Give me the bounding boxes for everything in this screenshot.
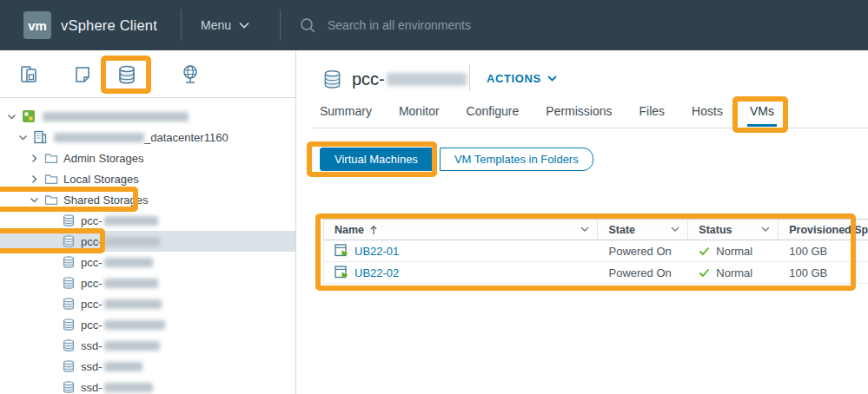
tab-monitor[interactable]: Monitor: [399, 104, 440, 127]
vcenter-server-icon: [21, 109, 36, 124]
search-placeholder: Search in all environments: [328, 18, 471, 32]
vmware-logo-text: vm: [28, 18, 47, 33]
redacted-text: [387, 73, 467, 86]
menu-button[interactable]: Menu: [201, 0, 249, 50]
chevron-right-icon[interactable]: [29, 153, 40, 164]
tree-item-label: Local Storages: [63, 173, 139, 186]
vm-table-header: Name State Status Provisioned Space: [323, 219, 868, 240]
header-divider: [181, 10, 182, 41]
column-header-status[interactable]: Status: [688, 220, 779, 240]
column-header-provisioned-space[interactable]: Provisioned Space: [779, 220, 868, 240]
status-ok-check-icon: [699, 268, 710, 278]
object-header: pcc-: [321, 69, 467, 90]
datastore-icon: [61, 234, 76, 249]
tree-item-label: pcc-: [81, 318, 103, 332]
table-row[interactable]: UB22-01 Powered On Normal 100 GB: [323, 240, 868, 262]
vm-status-cell: Normal: [688, 266, 779, 279]
tree-item-datastore[interactable]: ssd-: [0, 356, 295, 377]
inventory-tree: _datacenter1160 Admin Storages Local Sto…: [0, 99, 295, 394]
vm-status-cell: Normal: [688, 245, 779, 258]
tree-item-datastore[interactable]: pcc-: [0, 314, 295, 335]
column-header-state[interactable]: State: [598, 220, 688, 240]
column-header-name[interactable]: Name: [324, 220, 598, 240]
inventory-nav-iconbar: [0, 50, 295, 98]
vms-and-templates-icon[interactable]: [71, 63, 94, 86]
tab-configure[interactable]: Configure: [467, 104, 520, 127]
tree-item-label: ssd-: [81, 360, 103, 373]
column-label: Status: [699, 224, 732, 236]
tab-label: Summary: [320, 104, 372, 118]
column-label: Provisioned Space: [789, 224, 868, 236]
tree-item-local-storages[interactable]: Local Storages: [0, 168, 295, 189]
hosts-and-clusters-icon[interactable]: [17, 63, 40, 86]
tree-item-shared-storages[interactable]: Shared Storages: [0, 189, 295, 210]
virtual-machine-icon: [335, 266, 349, 279]
chevron-down-icon[interactable]: [17, 132, 29, 143]
table-row[interactable]: UB22-02 Powered On Normal 100 GB: [323, 262, 868, 284]
tree-item-admin-storages[interactable]: Admin Storages: [0, 148, 295, 168]
tab-label: VMs: [750, 104, 774, 118]
datacenter-icon: [32, 130, 47, 145]
vm-provisioned-cell: 100 GB: [779, 266, 868, 279]
tab-vms[interactable]: VMs: [750, 104, 774, 127]
datastore-icon: [61, 255, 76, 270]
tree-item-datastore[interactable]: pcc-: [0, 252, 295, 273]
tab-files[interactable]: Files: [639, 104, 666, 127]
tree-item-datastore[interactable]: ssd-: [0, 377, 295, 394]
tree-item-datastore[interactable]: pcc-: [0, 273, 295, 293]
status-ok-check-icon: [699, 246, 710, 256]
redacted-text: [104, 341, 160, 351]
redacted-text: [104, 299, 162, 309]
datastore-icon: [61, 338, 76, 353]
redacted-text: [43, 112, 189, 121]
datastore-icon: [61, 297, 76, 312]
folder-icon: [43, 193, 58, 207]
folder-icon: [43, 172, 58, 187]
vm-provisioned-cell: 100 GB: [779, 245, 868, 258]
tree-item-datastore[interactable]: ssd-: [0, 335, 295, 356]
column-label: State: [608, 224, 635, 236]
column-filter-chevron-icon[interactable]: [761, 227, 770, 233]
chevron-right-icon[interactable]: [29, 174, 40, 185]
tree-item-label: pcc-: [81, 235, 103, 248]
tab-label: Files: [639, 104, 666, 118]
vmware-logo[interactable]: vm: [23, 11, 51, 39]
vm-status-text: Normal: [716, 266, 752, 279]
virtual-machines-toggle-button[interactable]: Virtual Machines: [320, 148, 433, 171]
datastore-icon: [61, 359, 76, 374]
vm-state-cell: Powered On: [598, 245, 688, 258]
vm-name-link[interactable]: UB22-02: [354, 266, 399, 279]
tab-summary[interactable]: Summary: [320, 104, 372, 127]
toggle-label: VM Templates in Folders: [454, 153, 579, 166]
redacted-text: [104, 237, 160, 246]
column-filter-chevron-icon[interactable]: [580, 227, 589, 233]
vm-name-link[interactable]: UB22-01: [354, 245, 399, 258]
storage-icon[interactable]: [116, 63, 138, 86]
tree-item-datastore[interactable]: pcc-: [0, 293, 295, 314]
tree-item-datastore[interactable]: pcc-: [0, 210, 295, 231]
global-search-input[interactable]: Search in all environments: [300, 0, 471, 50]
redacted-text: [104, 258, 153, 267]
tree-item-label: pcc-: [81, 214, 103, 227]
vm-table: Name State Status Provisioned Space: [323, 219, 868, 284]
menu-label: Menu: [201, 18, 231, 32]
chevron-down-icon[interactable]: [29, 194, 40, 206]
tab-permissions[interactable]: Permissions: [546, 104, 612, 127]
datastore-icon: [61, 318, 76, 332]
redacted-text: [104, 362, 142, 371]
tree-item-vcenter[interactable]: [0, 106, 295, 127]
redacted-text: [104, 216, 158, 226]
chevron-down-icon[interactable]: [6, 111, 17, 122]
active-tab-underline: [747, 124, 777, 127]
tree-item-datacenter[interactable]: _datacenter1160: [0, 127, 295, 148]
networking-icon[interactable]: [179, 63, 202, 86]
tab-label: Hosts: [692, 104, 723, 118]
sidebar: _datacenter1160 Admin Storages Local Sto…: [0, 50, 296, 394]
actions-button[interactable]: ACTIONS: [487, 72, 557, 85]
datastore-icon: [61, 213, 76, 228]
vm-templates-toggle-button[interactable]: VM Templates in Folders: [440, 148, 593, 171]
tab-hosts[interactable]: Hosts: [692, 104, 723, 127]
virtual-machine-icon: [335, 244, 349, 258]
tree-item-datastore-selected[interactable]: pcc-: [0, 231, 295, 252]
column-filter-chevron-icon[interactable]: [671, 227, 679, 233]
